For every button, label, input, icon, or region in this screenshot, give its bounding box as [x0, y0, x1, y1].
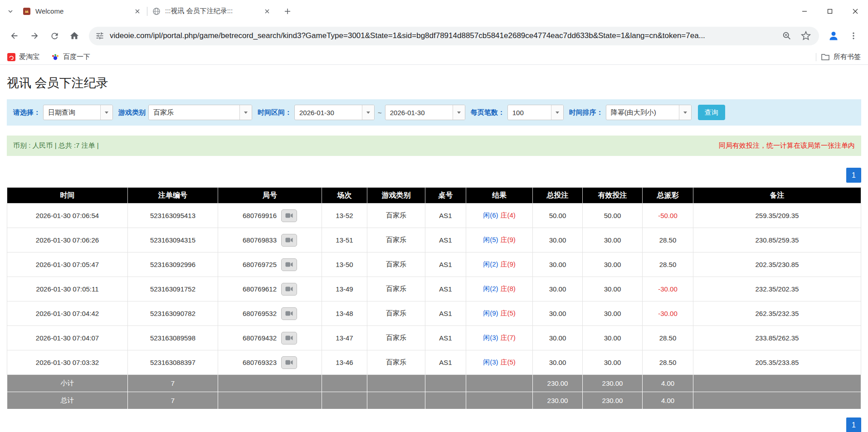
cell-round-id: 680769916 — [218, 204, 322, 228]
cell-time: 2026-01-30 07:03:32 — [7, 350, 128, 375]
profile-button[interactable] — [824, 27, 843, 45]
video-replay-button[interactable] — [281, 209, 297, 222]
address-bar[interactable]: videoie.com/ipl/portal.php/game/betrecor… — [89, 27, 819, 45]
result-player: 闲(6) — [483, 211, 498, 219]
minimize-button[interactable] — [792, 0, 817, 22]
browser-window: Welcome :::视讯 会员下注纪录::: — [0, 0, 868, 65]
page-size-combobox[interactable] — [507, 105, 564, 120]
sort-order-combobox[interactable] — [606, 105, 692, 120]
cell-remark: 262.35/232.35 — [693, 301, 861, 326]
combo-arrow-icon[interactable] — [239, 105, 252, 120]
round-id-text: 680769432 — [243, 334, 277, 342]
page-1-button[interactable]: 1 — [846, 417, 861, 432]
cell-total-bet-link[interactable]: 30.00 — [533, 301, 583, 326]
range-separator: ~ — [378, 109, 382, 116]
page-size-input[interactable] — [508, 105, 551, 120]
cell-session: 13-46 — [322, 350, 367, 375]
result-player: 闲(3) — [483, 334, 498, 341]
date-from-combobox[interactable] — [294, 105, 375, 120]
video-camera-icon — [285, 335, 293, 341]
combo-arrow-icon[interactable] — [362, 105, 374, 120]
site-info-icon[interactable] — [95, 31, 104, 40]
cell-valid-bet: 30.00 — [583, 228, 643, 252]
date-to-combobox[interactable] — [385, 105, 465, 120]
video-replay-button[interactable] — [281, 332, 297, 345]
video-replay-button[interactable] — [281, 258, 297, 271]
cell-table-no: AS1 — [425, 350, 466, 375]
cell-total-bet-link[interactable]: 30.00 — [533, 326, 583, 350]
tab-close-icon[interactable] — [132, 6, 142, 16]
result-banker: 庄(9) — [501, 260, 516, 268]
combo-arrow-icon[interactable] — [679, 105, 691, 120]
combo-arrow-icon[interactable] — [100, 105, 112, 120]
total-count: 7 — [128, 392, 218, 409]
browser-tab-betrecord[interactable]: :::视讯 会员下注纪录::: — [147, 2, 277, 21]
result-banker: 庄(8) — [501, 285, 516, 292]
round-id-text: 680769612 — [243, 285, 277, 293]
cell-round-id: 680769323 — [218, 350, 322, 375]
menu-button[interactable] — [844, 27, 863, 45]
cell-valid-bet: 30.00 — [583, 301, 643, 326]
bookmark-star-icon[interactable] — [799, 29, 813, 43]
combo-arrow-icon[interactable] — [551, 105, 563, 120]
video-replay-button[interactable] — [281, 283, 297, 296]
video-replay-button[interactable] — [281, 307, 297, 320]
cell-total-bet-link[interactable]: 30.00 — [533, 228, 583, 252]
cell-table-no: AS1 — [425, 277, 466, 301]
home-icon — [69, 31, 79, 41]
page-size-label: 每页笔数： — [471, 108, 505, 117]
page-1-button[interactable]: 1 — [846, 168, 861, 183]
cell-round-id: 680769612 — [218, 277, 322, 301]
cell-payout: -50.00 — [643, 204, 693, 228]
cell-round-id: 680769833 — [218, 228, 322, 252]
all-bookmarks-button[interactable]: 所有书签 — [816, 53, 861, 61]
cell-total-bet-link[interactable]: 30.00 — [533, 277, 583, 301]
zoom-icon[interactable] — [780, 29, 794, 43]
cell-round-id: 680769725 — [218, 252, 322, 277]
date-to-input[interactable] — [385, 105, 453, 120]
query-type-label: 请选择： — [13, 108, 40, 117]
cell-game-type: 百家乐 — [367, 252, 425, 277]
grand-total-row: 总计 7 230.00 230.00 4.00 — [7, 392, 861, 409]
cell-result: 闲(6)庄(4) — [466, 204, 533, 228]
refresh-button[interactable] — [45, 27, 63, 45]
cell-bet-id: 523163092996 — [128, 252, 218, 277]
date-from-input[interactable] — [295, 105, 362, 120]
maximize-button[interactable] — [817, 0, 843, 22]
combo-arrow-icon[interactable] — [453, 105, 465, 120]
cell-remark: 202.35/230.85 — [693, 252, 861, 277]
cell-table-no: AS1 — [425, 204, 466, 228]
url-text[interactable]: videoie.com/ipl/portal.php/game/betrecor… — [110, 31, 775, 40]
new-tab-button[interactable] — [280, 4, 295, 19]
home-button[interactable] — [65, 27, 83, 45]
tab-search-button[interactable] — [4, 5, 17, 18]
cell-total-bet-link[interactable]: 50.00 — [533, 204, 583, 228]
cell-total-bet-link[interactable]: 30.00 — [533, 350, 583, 375]
round-id-text: 680769725 — [243, 261, 277, 268]
close-window-button[interactable] — [843, 0, 868, 22]
valid-bet-notice-text: 同局有效投注，统一计算在该局第一张注单内 — [719, 141, 855, 150]
game-type-combobox[interactable] — [148, 105, 252, 120]
arrow-forward-icon — [29, 31, 39, 41]
bookmark-baidu[interactable]: 百度一下 — [51, 53, 90, 61]
query-type-input[interactable] — [44, 105, 100, 120]
cell-time: 2026-01-30 07:04:42 — [7, 301, 128, 326]
game-type-input[interactable] — [149, 105, 239, 120]
video-replay-button[interactable] — [281, 234, 297, 247]
forward-button[interactable] — [25, 27, 44, 45]
browser-tab-welcome[interactable]: Welcome — [17, 2, 147, 21]
back-button[interactable] — [5, 27, 24, 45]
tab-close-icon[interactable] — [262, 6, 272, 16]
video-replay-button[interactable] — [281, 356, 297, 369]
bookmark-aitaobao[interactable]: 爱淘宝 — [7, 53, 39, 61]
cell-bet-id: 523163094315 — [128, 228, 218, 252]
cell-total-bet-link[interactable]: 30.00 — [533, 252, 583, 277]
cell-payout: -30.00 — [643, 301, 693, 326]
search-button[interactable]: 查询 — [698, 105, 725, 120]
bet-records-table: 时间 注单编号 局号 场次 游戏类别 桌号 结果 总投注 有效投注 总派彩 备注… — [7, 187, 861, 409]
query-type-combobox[interactable] — [43, 105, 113, 120]
bookmark-label: 百度一下 — [63, 53, 90, 61]
sort-order-input[interactable] — [606, 105, 679, 120]
cell-table-no: AS1 — [425, 301, 466, 326]
table-row: 2026-01-30 07:05:47 523163092996 6807697… — [7, 252, 861, 277]
